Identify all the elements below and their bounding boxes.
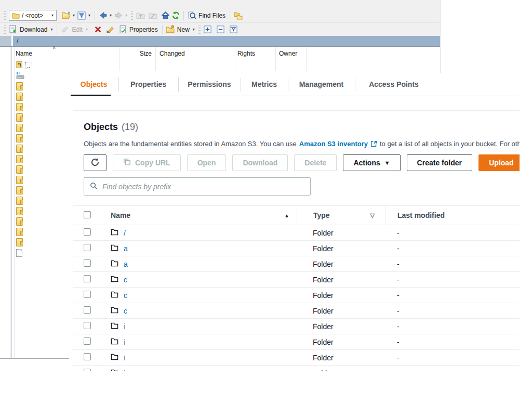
column-header-last-modified[interactable]: Last modified (385, 206, 520, 225)
folder-item-icon[interactable] (16, 207, 23, 215)
filter-box-icon[interactable] (229, 24, 239, 35)
search-input[interactable] (102, 183, 304, 191)
row-checkbox[interactable] (84, 322, 91, 329)
object-name-link[interactable]: / (124, 229, 126, 237)
tab-management[interactable]: Management (288, 73, 355, 96)
row-checkbox[interactable] (84, 291, 91, 298)
properties-label[interactable]: Properties (129, 26, 158, 33)
filter-icon[interactable] (76, 10, 87, 21)
toolbar-grip[interactable] (4, 25, 6, 34)
folder-item-icon[interactable] (16, 82, 23, 90)
parent-directory-icon[interactable] (135, 10, 145, 21)
folder-item-icon[interactable] (16, 145, 23, 153)
delete-icon[interactable] (92, 24, 103, 35)
copy-url-button[interactable]: Copy URL (113, 154, 181, 171)
open-button[interactable]: Open (187, 154, 227, 171)
folder-item-icon[interactable] (16, 93, 23, 101)
column-header-changed[interactable]: Changed (159, 50, 185, 57)
new-dropdown[interactable]: ▾ (193, 27, 195, 32)
delete-button[interactable]: Delete (294, 154, 337, 171)
column-header-rights[interactable]: Rights (237, 50, 255, 57)
actions-button[interactable]: Actions ▼ (343, 154, 400, 171)
create-folder-button[interactable]: Create folder (407, 154, 472, 171)
column-header-size[interactable]: Size (121, 50, 152, 57)
synchronize-icon[interactable] (233, 10, 243, 21)
folder-item-icon[interactable] (16, 228, 23, 236)
tab-metrics[interactable]: Metrics (241, 73, 288, 96)
folder-item-icon[interactable] (16, 113, 23, 122)
download-dropdown[interactable]: ▾ (50, 27, 52, 32)
open-directory-icon[interactable] (61, 10, 71, 21)
folder-item-icon[interactable] (16, 134, 23, 142)
object-name-link[interactable]: c (124, 291, 127, 300)
type-filter-icon[interactable]: ▽ (370, 212, 375, 219)
folder-item-icon[interactable] (16, 124, 23, 132)
forward-icon[interactable] (113, 10, 124, 21)
rename-icon[interactable] (105, 24, 115, 35)
select-all-checkbox[interactable] (84, 211, 91, 218)
object-name-link[interactable]: i (124, 338, 125, 346)
expand-icon[interactable] (203, 24, 213, 35)
folder-item-icon[interactable] (16, 217, 23, 226)
row-checkbox[interactable] (84, 259, 91, 267)
folder-item-icon[interactable] (16, 197, 23, 205)
download-button[interactable]: Download (232, 154, 288, 171)
object-name-link[interactable]: c (124, 307, 127, 315)
tab-objects[interactable]: Objects (69, 73, 118, 96)
folder-item-icon[interactable] (16, 176, 23, 184)
sort-ascending-icon[interactable]: ▲ (284, 213, 289, 218)
folder-item-icon[interactable] (16, 165, 23, 174)
refresh-button[interactable] (84, 154, 107, 171)
filter-dropdown[interactable]: ▾ (88, 13, 90, 18)
new-label[interactable]: New (177, 26, 190, 33)
address-combo[interactable]: / <root> ▾ (9, 10, 57, 21)
root-directory-icon[interactable] (148, 10, 158, 21)
back-dropdown[interactable]: ▾ (110, 13, 112, 18)
forward-dropdown[interactable]: ▾ (125, 13, 127, 18)
object-name-link[interactable]: a (124, 260, 128, 268)
find-files-icon[interactable] (187, 10, 197, 21)
edit-icon[interactable] (60, 24, 70, 35)
column-header-type[interactable]: Type ▽ (297, 206, 385, 225)
row-checkbox[interactable] (84, 275, 91, 282)
folder-item-icon[interactable] (16, 186, 23, 194)
s3-inventory-link[interactable]: Amazon S3 inventory (299, 140, 368, 148)
row-checkbox[interactable] (84, 369, 91, 371)
upload-button[interactable]: Upload (478, 154, 520, 171)
download-icon[interactable] (8, 24, 18, 35)
row-checkbox[interactable] (84, 353, 91, 360)
folder-item-icon[interactable] (16, 103, 23, 111)
object-name-link[interactable]: i (124, 369, 125, 371)
row-checkbox[interactable] (84, 337, 91, 345)
file-item-icon[interactable] (16, 249, 22, 257)
object-name-link[interactable]: c (124, 276, 127, 284)
tab-permissions[interactable]: Permissions (178, 73, 241, 96)
toolbar-grip[interactable] (4, 11, 6, 20)
toolbar-grip[interactable] (198, 25, 201, 34)
home-icon[interactable] (160, 10, 170, 21)
tab-access-points[interactable]: Access Points (355, 73, 433, 96)
row-checkbox[interactable] (84, 244, 91, 251)
column-header-owner[interactable]: Owner (279, 50, 297, 57)
object-name-link[interactable]: a (124, 244, 128, 253)
row-checkbox[interactable] (84, 228, 91, 236)
panel-splitter[interactable] (10, 47, 10, 358)
column-header-name[interactable]: Name (16, 50, 32, 57)
object-name-link[interactable]: i (124, 354, 125, 362)
download-label[interactable]: Download (20, 26, 47, 33)
row-checkbox[interactable] (84, 306, 91, 314)
parent-directory-row[interactable]: .. (16, 61, 32, 70)
open-directory-dropdown[interactable]: ▾ (73, 13, 75, 18)
folder-item-icon[interactable] (16, 155, 23, 163)
folder-item-icon[interactable] (16, 238, 23, 246)
refresh-icon[interactable] (170, 10, 181, 21)
tab-properties[interactable]: Properties (118, 73, 178, 96)
properties-icon[interactable] (117, 24, 128, 35)
current-path[interactable]: / (13, 36, 440, 46)
edit-dropdown[interactable]: ▾ (86, 27, 88, 32)
new-icon[interactable] (165, 24, 176, 35)
toolbar-grip[interactable] (131, 11, 133, 20)
column-header-name[interactable]: Name ▲ (101, 211, 297, 219)
panel-splitter[interactable] (11, 47, 12, 358)
find-files-label[interactable]: Find Files (198, 12, 225, 19)
